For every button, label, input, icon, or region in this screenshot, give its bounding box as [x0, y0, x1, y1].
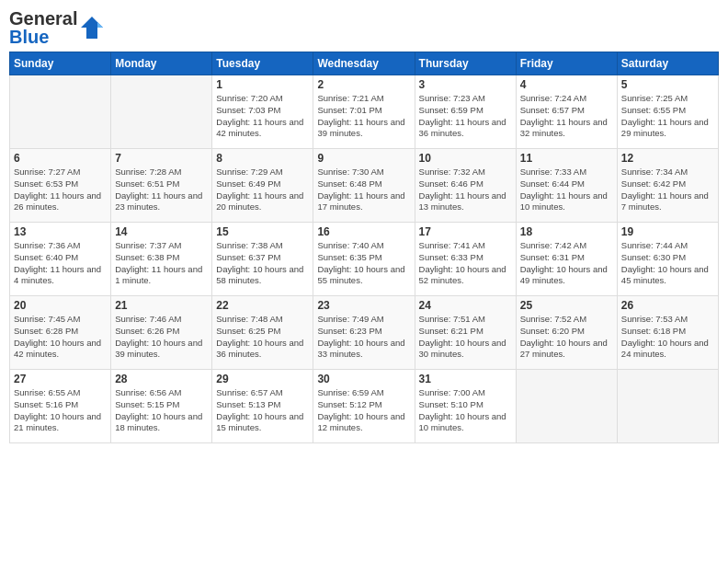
day-info: Sunrise: 7:29 AM Sunset: 6:49 PM Dayligh… [216, 167, 309, 213]
day-info: Sunrise: 7:44 AM Sunset: 6:30 PM Dayligh… [621, 240, 714, 287]
logo-bird-icon [79, 15, 105, 40]
calendar-cell: 15Sunrise: 7:38 AM Sunset: 6:37 PM Dayli… [212, 223, 313, 296]
calendar-cell: 8Sunrise: 7:29 AM Sunset: 6:49 PM Daylig… [212, 149, 313, 223]
day-number: 3 [419, 78, 512, 91]
calendar-cell: 11Sunrise: 7:33 AM Sunset: 6:44 PM Dayli… [516, 149, 617, 223]
calendar-cell: 1Sunrise: 7:20 AM Sunset: 7:03 PM Daylig… [212, 75, 313, 149]
day-number: 6 [14, 152, 107, 165]
day-info: Sunrise: 6:55 AM Sunset: 5:16 PM Dayligh… [14, 387, 107, 434]
calendar-cell: 26Sunrise: 7:53 AM Sunset: 6:18 PM Dayli… [617, 296, 718, 370]
calendar-cell: 10Sunrise: 7:32 AM Sunset: 6:46 PM Dayli… [415, 149, 516, 223]
day-number: 9 [317, 152, 410, 165]
page-header: General Blue [9, 9, 719, 46]
day-number: 30 [317, 373, 410, 385]
calendar-cell: 13Sunrise: 7:36 AM Sunset: 6:40 PM Dayli… [10, 223, 111, 296]
calendar-cell: 7Sunrise: 7:28 AM Sunset: 6:51 PM Daylig… [111, 149, 212, 223]
day-info: Sunrise: 6:59 AM Sunset: 5:12 PM Dayligh… [317, 387, 410, 434]
calendar-cell: 16Sunrise: 7:40 AM Sunset: 6:35 PM Dayli… [313, 223, 415, 296]
calendar-cell: 30Sunrise: 6:59 AM Sunset: 5:12 PM Dayli… [313, 370, 415, 443]
calendar-cell: 23Sunrise: 7:49 AM Sunset: 6:23 PM Dayli… [313, 296, 415, 370]
svg-marker-1 [97, 22, 103, 28]
day-number: 26 [621, 299, 714, 312]
calendar-week-0: 1Sunrise: 7:20 AM Sunset: 7:03 PM Daylig… [10, 75, 719, 149]
calendar-cell: 4Sunrise: 7:24 AM Sunset: 6:57 PM Daylig… [516, 75, 617, 149]
weekday-monday: Monday [111, 52, 212, 75]
calendar-cell: 28Sunrise: 6:56 AM Sunset: 5:15 PM Dayli… [111, 370, 212, 443]
day-number: 22 [216, 299, 309, 312]
calendar-cell [617, 370, 718, 443]
day-info: Sunrise: 7:36 AM Sunset: 6:40 PM Dayligh… [14, 240, 107, 287]
day-info: Sunrise: 7:00 AM Sunset: 5:10 PM Dayligh… [419, 387, 512, 434]
calendar-week-1: 6Sunrise: 7:27 AM Sunset: 6:53 PM Daylig… [10, 149, 719, 223]
day-info: Sunrise: 7:34 AM Sunset: 6:42 PM Dayligh… [621, 167, 714, 213]
calendar-week-3: 20Sunrise: 7:45 AM Sunset: 6:28 PM Dayli… [10, 296, 719, 370]
day-info: Sunrise: 7:25 AM Sunset: 6:55 PM Dayligh… [621, 93, 714, 140]
calendar-cell: 9Sunrise: 7:30 AM Sunset: 6:48 PM Daylig… [313, 149, 415, 223]
day-info: Sunrise: 7:41 AM Sunset: 6:33 PM Dayligh… [419, 240, 512, 287]
calendar-cell [10, 75, 111, 149]
calendar-cell: 3Sunrise: 7:23 AM Sunset: 6:59 PM Daylig… [415, 75, 516, 149]
calendar-cell: 20Sunrise: 7:45 AM Sunset: 6:28 PM Dayli… [10, 296, 111, 370]
day-number: 13 [14, 225, 107, 238]
day-info: Sunrise: 7:20 AM Sunset: 7:03 PM Dayligh… [216, 93, 309, 140]
calendar-cell: 29Sunrise: 6:57 AM Sunset: 5:13 PM Dayli… [212, 370, 313, 443]
weekday-saturday: Saturday [617, 52, 718, 75]
day-info: Sunrise: 7:48 AM Sunset: 6:25 PM Dayligh… [216, 314, 309, 361]
day-number: 8 [216, 152, 309, 165]
day-number: 29 [216, 373, 309, 385]
day-info: Sunrise: 7:33 AM Sunset: 6:44 PM Dayligh… [520, 167, 613, 213]
day-number: 25 [520, 299, 613, 312]
day-info: Sunrise: 7:30 AM Sunset: 6:48 PM Dayligh… [317, 167, 410, 213]
day-info: Sunrise: 7:37 AM Sunset: 6:38 PM Dayligh… [115, 240, 208, 287]
day-info: Sunrise: 7:53 AM Sunset: 6:18 PM Dayligh… [621, 314, 714, 361]
day-number: 27 [14, 373, 107, 385]
day-info: Sunrise: 7:51 AM Sunset: 6:21 PM Dayligh… [419, 314, 512, 361]
day-info: Sunrise: 7:21 AM Sunset: 7:01 PM Dayligh… [317, 93, 410, 140]
day-number: 16 [317, 225, 410, 238]
day-number: 23 [317, 299, 410, 312]
day-info: Sunrise: 7:27 AM Sunset: 6:53 PM Dayligh… [14, 167, 107, 213]
calendar-cell: 22Sunrise: 7:48 AM Sunset: 6:25 PM Dayli… [212, 296, 313, 370]
calendar-cell: 18Sunrise: 7:42 AM Sunset: 6:31 PM Dayli… [516, 223, 617, 296]
day-info: Sunrise: 6:57 AM Sunset: 5:13 PM Dayligh… [216, 387, 309, 434]
calendar-cell: 31Sunrise: 7:00 AM Sunset: 5:10 PM Dayli… [415, 370, 516, 443]
calendar-cell: 25Sunrise: 7:52 AM Sunset: 6:20 PM Dayli… [516, 296, 617, 370]
calendar-cell: 14Sunrise: 7:37 AM Sunset: 6:38 PM Dayli… [111, 223, 212, 296]
day-number: 12 [621, 152, 714, 165]
day-number: 19 [621, 225, 714, 238]
day-info: Sunrise: 7:49 AM Sunset: 6:23 PM Dayligh… [317, 314, 410, 361]
calendar-cell: 24Sunrise: 7:51 AM Sunset: 6:21 PM Dayli… [415, 296, 516, 370]
day-number: 17 [419, 225, 512, 238]
day-number: 20 [14, 299, 107, 312]
day-number: 15 [216, 225, 309, 238]
day-number: 18 [520, 225, 613, 238]
weekday-thursday: Thursday [415, 52, 516, 75]
logo-blue-label: Blue [9, 28, 77, 46]
day-number: 4 [520, 78, 613, 91]
calendar-week-4: 27Sunrise: 6:55 AM Sunset: 5:16 PM Dayli… [10, 370, 719, 443]
calendar-cell [111, 75, 212, 149]
day-info: Sunrise: 7:42 AM Sunset: 6:31 PM Dayligh… [520, 240, 613, 287]
day-info: Sunrise: 7:24 AM Sunset: 6:57 PM Dayligh… [520, 93, 613, 140]
calendar-cell: 5Sunrise: 7:25 AM Sunset: 6:55 PM Daylig… [617, 75, 718, 149]
calendar-cell: 2Sunrise: 7:21 AM Sunset: 7:01 PM Daylig… [313, 75, 415, 149]
calendar-body: 1Sunrise: 7:20 AM Sunset: 7:03 PM Daylig… [10, 75, 719, 443]
calendar-cell: 6Sunrise: 7:27 AM Sunset: 6:53 PM Daylig… [10, 149, 111, 223]
calendar-table: SundayMondayTuesdayWednesdayThursdayFrid… [9, 52, 719, 443]
calendar-cell: 21Sunrise: 7:46 AM Sunset: 6:26 PM Dayli… [111, 296, 212, 370]
day-info: Sunrise: 7:45 AM Sunset: 6:28 PM Dayligh… [14, 314, 107, 361]
day-info: Sunrise: 7:28 AM Sunset: 6:51 PM Dayligh… [115, 167, 208, 213]
day-number: 2 [317, 78, 410, 91]
calendar-cell: 19Sunrise: 7:44 AM Sunset: 6:30 PM Dayli… [617, 223, 718, 296]
day-info: Sunrise: 7:38 AM Sunset: 6:37 PM Dayligh… [216, 240, 309, 287]
day-info: Sunrise: 7:46 AM Sunset: 6:26 PM Dayligh… [115, 314, 208, 361]
weekday-wednesday: Wednesday [313, 52, 415, 75]
day-info: Sunrise: 7:32 AM Sunset: 6:46 PM Dayligh… [419, 167, 512, 213]
day-number: 14 [115, 225, 208, 238]
calendar-cell [516, 370, 617, 443]
day-number: 5 [621, 78, 714, 91]
day-info: Sunrise: 7:52 AM Sunset: 6:20 PM Dayligh… [520, 314, 613, 361]
calendar-week-2: 13Sunrise: 7:36 AM Sunset: 6:40 PM Dayli… [10, 223, 719, 296]
day-number: 28 [115, 373, 208, 385]
logo-general-label: General [9, 9, 77, 28]
